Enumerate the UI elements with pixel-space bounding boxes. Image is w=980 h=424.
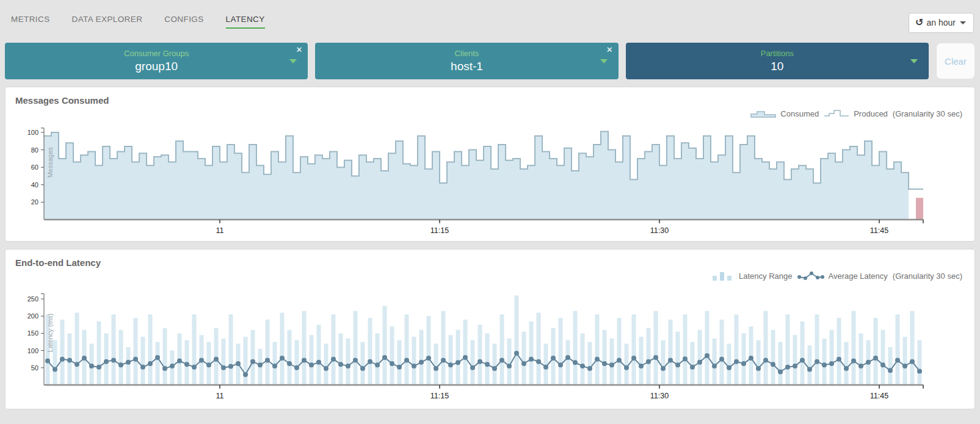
svg-text:20: 20	[31, 198, 38, 206]
filter-title: Clients	[315, 49, 618, 58]
messages-consumed-panel: Messages Consumed Consumed Produced (Gra…	[5, 87, 975, 242]
filter-clients[interactable]: ✕ Clients host-1	[315, 43, 618, 79]
filter-value: group10	[5, 60, 308, 73]
panel-title: Messages Consumed	[5, 87, 975, 106]
svg-text:250: 250	[27, 295, 38, 303]
legend-consumed: Consumed	[750, 109, 819, 118]
svg-text:60: 60	[31, 163, 38, 171]
clear-filters-button[interactable]: Clear	[936, 43, 975, 79]
chevron-down-icon	[600, 59, 608, 63]
svg-text:40: 40	[31, 181, 38, 189]
svg-text:11:15: 11:15	[430, 392, 449, 400]
svg-text:11:30: 11:30	[650, 226, 669, 235]
filter-title: Partitions	[626, 49, 929, 58]
svg-text:50: 50	[31, 364, 38, 372]
step-area-legend-icon	[750, 109, 776, 118]
svg-text:11:45: 11:45	[870, 392, 888, 400]
svg-text:200: 200	[27, 312, 38, 320]
messages-consumed-chart[interactable]: 204060801001111:1511:3011:45Messages	[5, 119, 973, 239]
svg-text:100: 100	[27, 129, 38, 136]
svg-text:11: 11	[216, 226, 224, 235]
svg-text:Messages: Messages	[46, 147, 54, 178]
legend-latency-range: Latency Range	[711, 271, 792, 281]
latency-legend: Latency Range Average Latency (Granulari…	[5, 268, 975, 281]
step-line-legend-icon	[824, 109, 849, 118]
chevron-down-icon	[289, 59, 297, 63]
chevron-down-icon	[910, 59, 918, 63]
nav-tabs: METRICS DATA EXPLORER CONFIGS LATENCY	[11, 15, 980, 29]
svg-text:150: 150	[27, 329, 38, 337]
legend-label: Consumed	[780, 109, 819, 118]
tab-metrics[interactable]: METRICS	[11, 15, 50, 29]
legend-label: Produced	[854, 109, 888, 118]
filter-value: 10	[626, 60, 929, 73]
tab-data-explorer[interactable]: DATA EXPLORER	[72, 15, 143, 29]
time-range-label: an hour	[927, 18, 956, 27]
latency-chart[interactable]: 501001502002501111:1511:3011:45Latency (…	[5, 281, 973, 406]
filter-bar: ✕ Consumer Groups group10 ✕ Clients host…	[0, 38, 980, 79]
legend-average-latency: Average Latency	[797, 271, 888, 281]
filter-title: Consumer Groups	[5, 49, 308, 58]
top-navigation: METRICS DATA EXPLORER CONFIGS LATENCY ↺ …	[0, 0, 980, 38]
tab-latency[interactable]: LATENCY	[226, 15, 265, 29]
latency-panel: End-to-end Latency Latency Range Average…	[5, 249, 975, 409]
time-range-selector[interactable]: ↺ an hour	[909, 13, 974, 33]
svg-text:11:30: 11:30	[650, 392, 669, 400]
filter-partitions[interactable]: Partitions 10	[626, 43, 929, 79]
close-icon[interactable]: ✕	[606, 46, 613, 54]
line-dots-legend-icon	[797, 271, 824, 281]
svg-text:11:45: 11:45	[870, 226, 888, 235]
bars-legend-icon	[711, 271, 735, 281]
legend-label: Average Latency	[829, 271, 888, 281]
granularity-note: (Granularity 30 sec)	[893, 271, 962, 281]
messages-legend: Consumed Produced (Granularity 30 sec)	[5, 106, 975, 119]
tab-configs[interactable]: CONFIGS	[164, 15, 203, 29]
svg-text:100: 100	[27, 347, 38, 354]
filter-consumer-groups[interactable]: ✕ Consumer Groups group10	[5, 43, 308, 79]
close-icon[interactable]: ✕	[296, 46, 302, 54]
svg-text:80: 80	[31, 146, 38, 154]
svg-text:Latency (ms): Latency (ms)	[46, 314, 54, 353]
history-icon: ↺	[915, 18, 923, 27]
legend-label: Latency Range	[739, 271, 792, 281]
panel-title: End-to-end Latency	[5, 250, 975, 268]
granularity-note: (Granularity 30 sec)	[893, 109, 962, 118]
svg-text:11: 11	[216, 392, 224, 400]
svg-text:11:15: 11:15	[430, 226, 449, 235]
chevron-down-icon	[960, 21, 966, 24]
filter-value: host-1	[315, 60, 618, 73]
legend-produced: Produced	[824, 109, 888, 118]
